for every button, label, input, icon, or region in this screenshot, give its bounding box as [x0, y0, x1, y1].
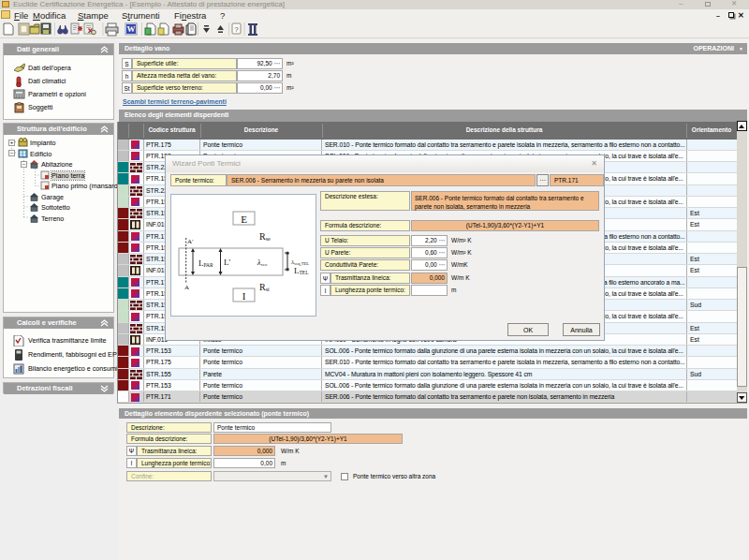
svg-text:Rsi: Rsi [259, 282, 270, 292]
svg-text:A: A [184, 284, 189, 291]
svg-text:E: E [241, 214, 247, 225]
svg-text:W: W [127, 24, 136, 34]
svg-text:A': A' [187, 238, 193, 245]
svg-text:?: ? [234, 25, 239, 34]
svg-text:Rse: Rse [259, 231, 271, 242]
svg-text:LTEL: LTEL [294, 266, 309, 275]
svg-text:I: I [242, 290, 246, 302]
svg-text:L': L' [224, 258, 230, 267]
